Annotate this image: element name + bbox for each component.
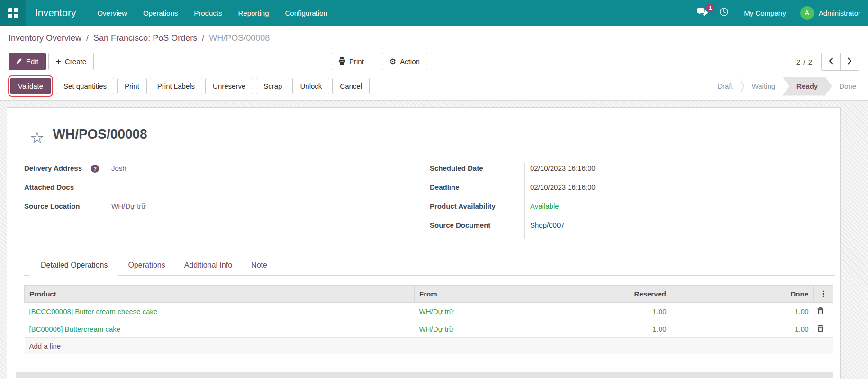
menu-reporting[interactable]: Reporting: [230, 0, 277, 26]
breadcrumb-link-inventory-overview[interactable]: Inventory Overview: [9, 33, 81, 43]
field-deadline: Deadline 02/10/2023 16:16:00: [430, 182, 835, 201]
breadcrumb-link-pos-orders[interactable]: San Francisco: PoS Orders: [93, 33, 197, 43]
stage-waiting[interactable]: Waiting: [745, 77, 782, 96]
validate-button[interactable]: Validate: [10, 78, 51, 94]
delivery-address-value[interactable]: Josh: [106, 163, 430, 182]
tab-detailed-operations[interactable]: Detailed Operations: [30, 255, 118, 276]
tab-additional-info[interactable]: Additional Info: [175, 255, 242, 275]
scheduled-date-label: Scheduled Date: [430, 163, 524, 182]
column-header-done[interactable]: Done: [671, 286, 814, 303]
scheduled-date-value: 02/10/2023 16:16:00: [524, 163, 835, 182]
stage-chevron-icon: [740, 78, 745, 94]
print-labels-button[interactable]: Print Labels: [150, 78, 202, 94]
cell-from[interactable]: WH/Dự trữ: [415, 303, 532, 320]
table-row: [BC00006] Buttercream cake WH/Dự trữ 1.0…: [25, 320, 833, 338]
pager-next-button[interactable]: [840, 53, 859, 71]
source-location-value[interactable]: WH/Dự trữ: [106, 201, 430, 220]
column-header-from[interactable]: From: [415, 286, 532, 303]
cell-done[interactable]: 1.00: [671, 320, 814, 338]
pager-previous-button[interactable]: [821, 53, 841, 71]
column-header-reserved[interactable]: Reserved: [532, 286, 671, 303]
cell-delete: [814, 303, 833, 320]
user-name: Administrator: [819, 9, 860, 17]
cell-from[interactable]: WH/Dự trữ: [415, 320, 532, 338]
menu-configuration[interactable]: Configuration: [277, 0, 335, 26]
help-icon: ?: [91, 165, 99, 173]
field-product-availability: Product Availability Available: [430, 201, 835, 220]
unreserve-button[interactable]: Unreserve: [205, 78, 253, 94]
table-row: [BCCC00008] Butter cream cheese cake WH/…: [25, 303, 833, 320]
activities-button[interactable]: [714, 3, 734, 23]
deadline-value: 02/10/2023 16:16:00: [524, 182, 835, 201]
scrap-button[interactable]: Scrap: [256, 78, 289, 94]
unlock-button[interactable]: Unlock: [292, 78, 329, 94]
apps-grid-icon: [8, 8, 18, 18]
product-availability-value: Available: [524, 201, 835, 220]
field-delivery-address: Delivery Address ? Josh: [24, 163, 430, 182]
cancel-button[interactable]: Cancel: [332, 78, 370, 94]
field-source-location: Source Location WH/Dự trữ: [24, 201, 430, 220]
chevron-left-icon: [828, 57, 833, 66]
field-groups: Delivery Address ? Josh Attached Docs So…: [24, 163, 835, 239]
create-button[interactable]: + Create: [48, 53, 94, 70]
action-menu-button[interactable]: ⚙ Action: [382, 53, 427, 70]
messages-button[interactable]: 1: [691, 3, 714, 23]
cell-product[interactable]: [BCCC00008] Butter cream cheese cake: [25, 303, 415, 320]
stage-pipeline: Draft Waiting Ready Done: [710, 77, 868, 96]
stage-draft[interactable]: Draft: [710, 77, 740, 96]
menu-products[interactable]: Products: [186, 0, 230, 26]
stage-done[interactable]: Done: [832, 77, 863, 96]
gear-icon: ⚙: [389, 58, 396, 65]
print-button[interactable]: Print: [117, 78, 147, 94]
field-scheduled-date: Scheduled Date 02/10/2023 16:16:00: [430, 163, 835, 182]
stage-ready[interactable]: Ready: [782, 77, 832, 96]
delete-row-button[interactable]: [816, 324, 824, 333]
app-name[interactable]: Inventory: [35, 7, 76, 18]
tab-note[interactable]: Note: [242, 255, 277, 275]
avatar: A: [800, 6, 814, 20]
control-panel-center: Print ⚙ Action: [331, 53, 427, 70]
clock-icon: [719, 7, 729, 18]
breadcrumb: Inventory Overview / San Francisco: PoS …: [0, 26, 868, 50]
company-switcher[interactable]: My Company: [744, 9, 786, 17]
control-panel: Edit + Create Print ⚙ Action 2 / 2: [0, 50, 868, 73]
field-group-left: Delivery Address ? Josh Attached Docs So…: [24, 163, 430, 239]
optional-columns-button[interactable]: ⋮: [814, 286, 833, 303]
user-menu[interactable]: A Administrator: [800, 6, 860, 20]
product-availability-label: Product Availability: [430, 201, 524, 220]
horizontal-scrollbar[interactable]: [16, 372, 833, 378]
column-header-product[interactable]: Product: [25, 286, 415, 303]
control-panel-left: Edit + Create: [9, 53, 94, 70]
field-attached-docs: Attached Docs: [24, 182, 430, 201]
source-document-label: Source Document: [430, 220, 524, 239]
attached-docs-label: Attached Docs: [24, 182, 106, 201]
cell-reserved[interactable]: 1.00: [532, 320, 671, 338]
apps-menu-button[interactable]: [0, 0, 26, 26]
title-row: ☆ WH/POS/00008: [24, 127, 835, 146]
print-menu-button[interactable]: Print: [331, 53, 371, 70]
statusbar-buttons: Validate Set quantities Print Print Labe…: [9, 78, 370, 94]
field-group-right: Scheduled Date 02/10/2023 16:16:00 Deadl…: [430, 163, 835, 239]
set-quantities-button[interactable]: Set quantities: [56, 78, 114, 94]
edit-button[interactable]: Edit: [9, 53, 46, 70]
edit-button-label: Edit: [26, 57, 38, 65]
record-title: WH/POS/00008: [53, 127, 147, 142]
menu-overview[interactable]: Overview: [89, 0, 135, 26]
add-line-button[interactable]: Add a line: [25, 338, 833, 354]
cell-reserved[interactable]: 1.00: [532, 303, 671, 320]
attached-docs-value: [106, 182, 430, 201]
menu-operations[interactable]: Operations: [135, 0, 186, 26]
plus-icon: +: [56, 57, 61, 66]
delete-row-button[interactable]: [816, 306, 824, 315]
top-navbar: Inventory Overview Operations Products R…: [0, 0, 868, 26]
cell-done[interactable]: 1.00: [671, 303, 814, 320]
cell-delete: [814, 320, 833, 338]
notebook-tabs: Detailed Operations Operations Additiona…: [24, 255, 835, 276]
deadline-label: Deadline: [430, 182, 524, 201]
navbar-right: 1 My Company A Administrator: [691, 3, 868, 23]
print-menu-label: Print: [349, 57, 364, 65]
cell-product[interactable]: [BC00006] Buttercream cake: [25, 320, 415, 338]
tab-operations[interactable]: Operations: [118, 255, 174, 275]
delivery-address-label: Delivery Address: [24, 164, 82, 172]
favorite-star-icon[interactable]: ☆: [30, 129, 44, 146]
